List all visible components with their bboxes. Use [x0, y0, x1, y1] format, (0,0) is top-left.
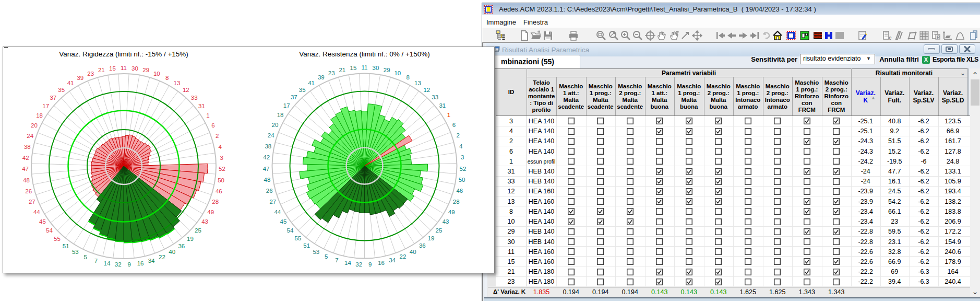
svg-text:38: 38: [265, 143, 271, 149]
svg-text:27: 27: [29, 199, 35, 205]
svg-text:17: 17: [283, 102, 290, 109]
svg-text:31: 31: [439, 102, 446, 109]
svg-text:33: 33: [191, 95, 198, 101]
svg-text:14: 14: [104, 260, 111, 267]
svg-text:44: 44: [274, 209, 281, 215]
svg-text:22: 22: [159, 254, 165, 260]
svg-text:24: 24: [268, 132, 274, 138]
svg-text:40: 40: [169, 249, 175, 255]
svg-text:12: 12: [423, 87, 430, 93]
svg-text:28: 28: [453, 199, 460, 205]
svg-text:36: 36: [419, 242, 426, 249]
svg-text:49: 49: [207, 209, 214, 215]
svg-text:46: 46: [216, 188, 222, 194]
svg-text:18: 18: [277, 112, 284, 118]
svg-text:10: 10: [153, 71, 160, 77]
svg-text:16: 16: [378, 260, 385, 266]
svg-text:7: 7: [335, 257, 338, 263]
svg-text:13: 13: [414, 80, 421, 86]
svg-text:3: 3: [461, 154, 464, 160]
svg-text:14: 14: [344, 260, 351, 266]
svg-text:37: 37: [50, 95, 56, 101]
svg-text:54: 54: [287, 227, 294, 234]
svg-text:50: 50: [459, 177, 465, 183]
svg-text:3: 3: [220, 155, 223, 161]
svg-text:25: 25: [195, 227, 201, 234]
svg-text:23: 23: [87, 71, 94, 77]
svg-text:19: 19: [187, 236, 194, 242]
svg-text:55: 55: [54, 236, 61, 242]
svg-text:4: 4: [459, 143, 463, 149]
svg-text:12: 12: [183, 87, 189, 93]
svg-text:23: 23: [328, 70, 335, 76]
svg-text:32: 32: [115, 261, 122, 268]
svg-text:21: 21: [339, 67, 345, 73]
svg-text:39: 39: [318, 74, 325, 80]
svg-text:2: 2: [216, 133, 219, 139]
svg-text:55: 55: [295, 235, 302, 241]
svg-text:38: 38: [24, 144, 31, 150]
svg-text:19: 19: [428, 235, 435, 241]
svg-text:53: 53: [313, 249, 319, 255]
svg-text:48: 48: [23, 177, 30, 183]
svg-text:5: 5: [325, 253, 328, 260]
svg-text:2: 2: [457, 132, 460, 138]
svg-text:32: 32: [355, 261, 362, 268]
svg-text:c: c: [889, 35, 892, 41]
svg-text:26: 26: [266, 188, 273, 194]
svg-text:9: 9: [368, 261, 372, 268]
svg-text:39: 39: [77, 75, 83, 81]
svg-text:48: 48: [264, 177, 271, 183]
svg-text:5: 5: [83, 254, 87, 260]
svg-text:50: 50: [218, 177, 224, 183]
svg-text:28: 28: [212, 199, 219, 205]
svg-text:43: 43: [201, 218, 208, 225]
svg-text:24: 24: [27, 133, 33, 139]
svg-text:22: 22: [400, 253, 407, 260]
svg-text:18: 18: [36, 112, 43, 119]
svg-text:9: 9: [128, 261, 131, 268]
svg-text:17: 17: [42, 103, 49, 109]
svg-text:29: 29: [384, 67, 390, 73]
svg-text:36: 36: [178, 243, 185, 249]
svg-text:51: 51: [303, 242, 310, 249]
svg-text:42: 42: [263, 154, 270, 160]
svg-text:29: 29: [142, 67, 149, 73]
svg-text:43: 43: [443, 218, 449, 225]
svg-text:47: 47: [22, 166, 29, 172]
svg-text:11: 11: [121, 65, 127, 71]
svg-text:27: 27: [269, 199, 276, 205]
svg-text:11: 11: [362, 64, 368, 71]
svg-text:16: 16: [137, 260, 144, 267]
svg-text:1: 1: [206, 112, 209, 119]
svg-text:44: 44: [33, 209, 40, 215]
svg-text:15: 15: [350, 65, 357, 71]
svg-text:49: 49: [448, 209, 455, 215]
svg-text:21: 21: [98, 67, 105, 73]
svg-text:30: 30: [132, 65, 138, 72]
svg-text:35: 35: [299, 87, 306, 93]
svg-text:34: 34: [148, 258, 155, 264]
svg-text:6: 6: [452, 122, 456, 128]
svg-text:Variaz. Resistenza (limiti rif: Variaz. Resistenza (limiti rif.: 0% / +1…: [299, 50, 430, 58]
svg-text:Variaz. Rigidezza (limiti rif.: Variaz. Rigidezza (limiti rif.: -15% / +…: [59, 50, 188, 58]
svg-text:1: 1: [447, 112, 450, 118]
svg-text:6: 6: [211, 122, 214, 129]
svg-text:53: 53: [72, 249, 79, 255]
svg-text:7: 7: [94, 258, 98, 264]
svg-text:41: 41: [67, 80, 74, 86]
svg-text:13: 13: [174, 80, 181, 86]
svg-text:40: 40: [410, 249, 416, 255]
svg-text:8: 8: [406, 74, 409, 80]
svg-text:42: 42: [22, 155, 29, 161]
svg-text:52: 52: [219, 166, 225, 172]
svg-text:33: 33: [432, 94, 438, 100]
svg-text:51: 51: [63, 243, 69, 249]
svg-text:8: 8: [165, 75, 169, 81]
svg-text:35: 35: [58, 87, 65, 93]
svg-text:45: 45: [39, 218, 46, 225]
svg-text:P: P: [937, 34, 940, 40]
svg-text:34: 34: [389, 257, 396, 263]
svg-text:25: 25: [436, 227, 443, 234]
svg-text:10: 10: [394, 70, 401, 76]
